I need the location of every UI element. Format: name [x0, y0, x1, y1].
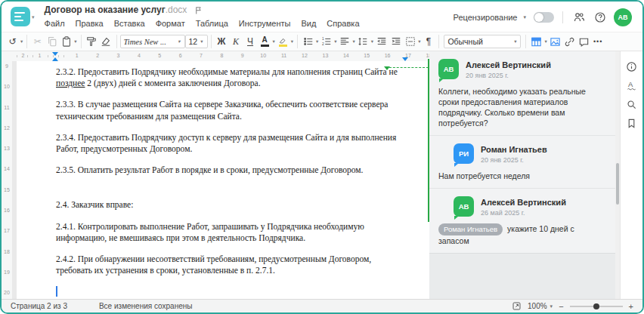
more-tools-icon[interactable]: ••• [591, 34, 605, 49]
underline-button[interactable]: Ч [243, 34, 258, 49]
paragraph[interactable]: 2.4.1. Контролировать выполнение Работ, … [56, 221, 407, 244]
zoom-slider[interactable] [570, 306, 623, 307]
info-icon[interactable] [625, 60, 639, 73]
favorite-flag-icon[interactable] [194, 6, 203, 15]
menu-item[interactable]: Правка [76, 19, 104, 28]
paste-icon[interactable] [59, 34, 73, 49]
first-line-indent-marker[interactable] [52, 52, 58, 56]
bookmark-icon[interactable] [625, 116, 639, 130]
zoom-level-select[interactable]: 100%▾ [528, 302, 553, 310]
users-icon[interactable] [571, 10, 587, 25]
menu-item[interactable]: Формат [156, 19, 185, 28]
ruler-number: 12 [294, 53, 314, 58]
mention-chip[interactable]: Роман Игнатьев [438, 223, 503, 236]
menu-item[interactable]: Вставка [114, 19, 145, 28]
italic-button[interactable]: К [229, 34, 243, 49]
align-left-icon[interactable] [338, 34, 352, 49]
decrease-indent-icon[interactable] [374, 34, 389, 49]
search-icon[interactable] [625, 97, 639, 111]
highlight-color-button[interactable] [276, 34, 290, 49]
insert-comment-icon[interactable] [577, 34, 591, 49]
comment-thread[interactable]: АВ Алексей Вертинский 20 янв 2025 г. Кол… [429, 51, 615, 254]
zoom-slider-handle[interactable] [593, 303, 599, 309]
scrollbar-thumb[interactable] [616, 163, 619, 205]
menu-item[interactable]: Таблица [196, 19, 228, 28]
format-painter-icon[interactable] [85, 34, 99, 49]
font-color-button[interactable]: А [258, 34, 272, 49]
paragraph-borders-icon[interactable] [403, 34, 417, 49]
undo-dropdown-icon[interactable]: ▾ [20, 38, 23, 45]
ruler-number: 2 [87, 53, 107, 58]
paragraph[interactable]: 2.3.4. Предоставить Подрядчику доступ к … [56, 132, 407, 155]
ruler-number: 4 [128, 53, 149, 58]
app-menu-button[interactable] [11, 7, 30, 26]
comment-date: 20 янв 2025 г. [466, 72, 551, 79]
paragraph[interactable]: 2.4.2. При обнаружении несоответствий тр… [56, 254, 407, 276]
chevron-down-icon: ▾ [513, 38, 517, 45]
comment[interactable]: АВ Алексей Вертинский 26 май 2025 г. Ром… [429, 189, 615, 253]
paragraph-style-select[interactable]: Обычный▾ [444, 35, 521, 48]
fit-width-icon[interactable] [512, 301, 522, 311]
ruler-number: 5 [150, 53, 170, 58]
right-toolbar: А [620, 51, 642, 299]
user-avatar[interactable]: АВ [614, 8, 632, 26]
divider [562, 11, 563, 23]
ruler-number: 10 [2, 84, 12, 104]
clear-style-icon[interactable] [99, 34, 113, 49]
horizontal-ruler[interactable]: 21 123456789101112131415161718 [2, 51, 429, 61]
paste-dropdown-icon[interactable]: ▾ [73, 38, 77, 45]
ruler-number: 18 [419, 53, 429, 58]
table-dropdown-icon[interactable]: ▾ [543, 38, 547, 45]
bullet-list-icon[interactable] [301, 34, 315, 49]
font-size-select[interactable]: 12▾ [185, 35, 208, 48]
comment[interactable]: АВ Алексей Вертинский 20 янв 2025 г. Кол… [429, 51, 615, 136]
ruler-number: 20 [2, 290, 12, 299]
ruler-number: 8 [212, 53, 232, 58]
zoom-out-button[interactable]: − [559, 302, 563, 311]
font-name-select[interactable]: Times New ...▾ [120, 35, 185, 48]
review-mode-button[interactable]: Рецензирование [454, 13, 518, 22]
page-indicator[interactable]: Страница 2 из 3 [11, 302, 67, 310]
ruler-number: 1 [36, 53, 43, 58]
numbered-list-dropdown-icon[interactable]: ▾ [333, 38, 337, 45]
vertical-ruler[interactable]: 91011121314151617181920 [2, 61, 12, 299]
document-page[interactable]: 2.3.2. Предоставить Подрядчику необходим… [17, 61, 429, 299]
help-icon[interactable] [593, 10, 608, 25]
menu-item[interactable]: Вид [301, 19, 316, 28]
menu-item[interactable]: Справка [327, 19, 359, 28]
cut-icon[interactable]: ✂ [30, 34, 45, 49]
paragraph[interactable]: 2.3.5. Оплатить результат Работ в порядк… [56, 165, 407, 176]
comment-anchor-line [385, 67, 429, 68]
menu-item[interactable]: Файл [45, 19, 65, 28]
ruler-number: 14 [336, 53, 356, 58]
menu-item[interactable]: Инструменты [239, 19, 291, 28]
paragraph-text: 2.3.5. Оплатить результат Работ в порядк… [56, 165, 363, 174]
insert-table-icon[interactable] [529, 34, 543, 49]
copy-icon[interactable] [45, 34, 59, 49]
insert-link-icon[interactable] [562, 34, 577, 49]
zoom-in-button[interactable]: + [629, 302, 633, 311]
spellcheck-icon[interactable]: А [625, 78, 639, 92]
document-area: 91011121314151617181920 2.3.2. Предостав… [2, 61, 429, 299]
commented-text[interactable]: позднее [56, 78, 85, 88]
chevron-down-icon[interactable]: ▾ [523, 14, 526, 20]
undo-icon[interactable]: ↺ [5, 34, 20, 49]
chevron-down-icon: ▾ [177, 38, 181, 45]
increase-indent-icon[interactable] [389, 34, 403, 49]
comment[interactable]: РИ Роман Игнатьев 20 янв 2025 г. Нам пот… [429, 136, 615, 189]
show-paragraph-marks-icon[interactable]: ¶ [421, 34, 435, 49]
numbered-list-icon[interactable]: 12 [319, 34, 333, 49]
status-bar: Страница 2 из 3 Все изменения сохранены … [2, 299, 642, 312]
line-spacing-icon[interactable] [356, 34, 370, 49]
highlight-dropdown-icon[interactable]: ▾ [290, 38, 294, 45]
bold-button[interactable]: Ж [215, 34, 229, 49]
toolbar: ↺ ▾ ✂ ▾ Times New ...▾ 12▾ Ж К Ч А ▾ ▾ [2, 32, 642, 51]
paragraph-text: 2.4.2. При обнаружении несоответствий тр… [56, 254, 371, 275]
insert-image-icon[interactable] [548, 34, 562, 49]
chevron-down-icon[interactable]: ▾ [32, 14, 35, 20]
review-toggle[interactable] [534, 12, 554, 23]
paragraph[interactable]: 2.4. Заказчик вправе: [56, 199, 407, 211]
paragraph[interactable]: 2.3.2. Предоставить Подрядчику необходим… [56, 66, 407, 89]
paragraph[interactable]: 2.3.3. В случае размещения Сайта на серв… [56, 99, 407, 122]
comment-text: Роман Игнатьев укажите 10 дней с запасом [438, 223, 606, 246]
